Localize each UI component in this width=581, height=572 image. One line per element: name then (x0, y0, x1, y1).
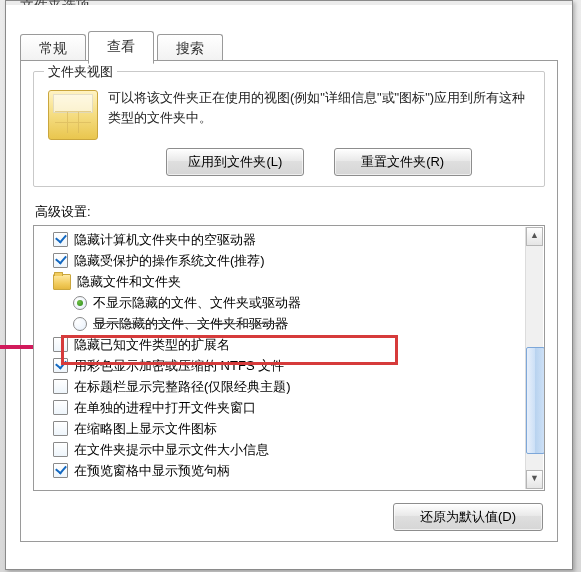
adv-item-3[interactable]: 不显示隐藏的文件、文件夹或驱动器 (41, 292, 526, 313)
adv-item-label: 显示隐藏的文件、文件夹和驱动器 (93, 315, 288, 333)
adv-item-label: 隐藏计算机文件夹中的空驱动器 (74, 231, 256, 249)
adv-item-9[interactable]: 在缩略图上显示文件图标 (41, 418, 526, 439)
adv-item-label: 在缩略图上显示文件图标 (74, 420, 217, 438)
adv-item-4[interactable]: 显示隐藏的文件、文件夹和驱动器 (41, 313, 526, 334)
tab-page-view: 文件夹视图 可以将该文件夹正在使用的视图(例如"详细信息"或"图标")应用到所有… (20, 60, 558, 542)
adv-item-8[interactable]: 在单独的进程中打开文件夹窗口 (41, 397, 526, 418)
checkbox-icon[interactable] (53, 358, 68, 373)
folder-icon (53, 274, 71, 290)
checkbox-icon[interactable] (53, 400, 68, 415)
folder-views-title: 文件夹视图 (44, 63, 117, 81)
radio-icon[interactable] (73, 296, 87, 310)
tab-view[interactable]: 查看 (88, 31, 154, 64)
client-area: 常规 查看 搜索 文件夹视图 可以将该文件夹正在使用的视图(例如"详细信息"或"… (6, 5, 572, 569)
radio-icon[interactable] (73, 317, 87, 331)
scroll-thumb[interactable] (526, 347, 545, 454)
checkbox-icon[interactable] (53, 379, 68, 394)
adv-item-label: 在文件夹提示中显示文件大小信息 (74, 441, 269, 459)
adv-item-5[interactable]: 隐藏已知文件类型的扩展名 (41, 334, 526, 355)
checkbox-icon[interactable] (53, 463, 68, 478)
checkbox-icon[interactable] (53, 337, 68, 352)
adv-item-label: 隐藏文件和文件夹 (77, 273, 181, 291)
folder-views-description: 可以将该文件夹正在使用的视图(例如"详细信息"或"图标")应用到所有这种类型的文… (108, 86, 534, 127)
adv-item-label: 隐藏受保护的操作系统文件(推荐) (74, 252, 265, 270)
folder-views-group: 文件夹视图 可以将该文件夹正在使用的视图(例如"详细信息"或"图标")应用到所有… (33, 71, 545, 187)
adv-item-7[interactable]: 在标题栏显示完整路径(仅限经典主题) (41, 376, 526, 397)
reset-folders-button[interactable]: 重置文件夹(R) (334, 148, 472, 176)
apply-to-folders-button[interactable]: 应用到文件夹(L) (166, 148, 304, 176)
folder-views-body: 可以将该文件夹正在使用的视图(例如"详细信息"或"图标")应用到所有这种类型的文… (44, 86, 534, 140)
scrollbar[interactable]: ▲ ▼ (525, 227, 543, 489)
restore-defaults-button[interactable]: 还原为默认值(D) (393, 503, 543, 531)
adv-item-1[interactable]: 隐藏受保护的操作系统文件(推荐) (41, 250, 526, 271)
scroll-track[interactable] (526, 244, 543, 472)
adv-item-label: 不显示隐藏的文件、文件夹或驱动器 (93, 294, 301, 312)
checkbox-icon[interactable] (53, 253, 68, 268)
tab-strip: 常规 查看 搜索 (20, 31, 558, 61)
folder-icon (48, 90, 98, 140)
advanced-settings-tree: 隐藏计算机文件夹中的空驱动器隐藏受保护的操作系统文件(推荐)隐藏文件和文件夹不显… (37, 229, 544, 481)
adv-item-11[interactable]: 在预览窗格中显示预览句柄 (41, 460, 526, 481)
checkbox-icon[interactable] (53, 232, 68, 247)
checkbox-icon[interactable] (53, 421, 68, 436)
adv-item-label: 在单独的进程中打开文件夹窗口 (74, 399, 256, 417)
adv-item-6[interactable]: 用彩色显示加密或压缩的 NTFS 文件 (41, 355, 526, 376)
advanced-settings-list[interactable]: 隐藏计算机文件夹中的空驱动器隐藏受保护的操作系统文件(推荐)隐藏文件和文件夹不显… (33, 225, 545, 491)
adv-item-10[interactable]: 在文件夹提示中显示文件大小信息 (41, 439, 526, 460)
adv-item-2[interactable]: 隐藏文件和文件夹 (41, 271, 526, 292)
restore-defaults-row: 还原为默认值(D) (33, 503, 545, 531)
adv-item-label: 用彩色显示加密或压缩的 NTFS 文件 (74, 357, 284, 375)
advanced-settings-label: 高级设置: (35, 203, 545, 221)
folder-views-buttons: 应用到文件夹(L) 重置文件夹(R) (44, 148, 534, 176)
adv-item-label: 隐藏已知文件类型的扩展名 (74, 336, 230, 354)
scroll-down-button[interactable]: ▼ (526, 470, 543, 489)
dialog-window: 文件夹选项 常规 查看 搜索 文件夹视图 可以将该文件夹正在使用的视图(例如"详… (5, 0, 573, 570)
adv-item-label: 在预览窗格中显示预览句柄 (74, 462, 230, 480)
adv-item-0[interactable]: 隐藏计算机文件夹中的空驱动器 (41, 229, 526, 250)
advanced-settings-wrap: 隐藏计算机文件夹中的空驱动器隐藏受保护的操作系统文件(推荐)隐藏文件和文件夹不显… (33, 225, 545, 491)
checkbox-icon[interactable] (53, 442, 68, 457)
adv-item-label: 在标题栏显示完整路径(仅限经典主题) (74, 378, 291, 396)
